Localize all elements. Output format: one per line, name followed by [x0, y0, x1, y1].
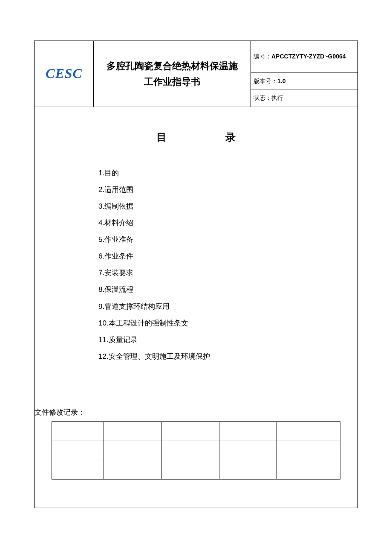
- toc-item: 10.本工程设计的强制性条文: [98, 315, 340, 331]
- table-cell: [277, 421, 340, 441]
- revision-label: 文件修改记录：: [35, 407, 340, 417]
- table-cell: [52, 421, 104, 441]
- toc-item: 12.安全管理、文明施工及环境保护: [98, 348, 340, 365]
- table-cell: [52, 441, 104, 460]
- toc-text: 质量记录: [109, 336, 138, 344]
- version-label: 版本号：: [254, 78, 277, 84]
- toc-text: 管道支撑环结构应用: [104, 302, 170, 311]
- toc-text: 保温流程: [104, 285, 133, 293]
- toc-num: 10.: [98, 319, 109, 327]
- toc-item: 1.目的: [98, 165, 340, 181]
- toc-text: 作业条件: [104, 252, 133, 260]
- title-line-2: 工作业指导书: [95, 74, 249, 90]
- toc-item: 8.保温流程: [98, 281, 340, 298]
- toc-num: 5.: [98, 235, 104, 244]
- toc-list: 1.目的 2.适用范围 3.编制依据 4.材料介绍 5.作业准备 6.作业条件 …: [98, 165, 340, 365]
- doc-code-cell: 编号：APCCTZYTY-ZYZD~G0064: [251, 41, 358, 73]
- version-cell: 版本号：1.0: [251, 73, 358, 90]
- toc-text: 安全管理、文明施工及环境保护: [109, 352, 210, 360]
- toc-num: 12.: [98, 352, 109, 360]
- header-table: CESC 多腔孔陶瓷复合绝热材料保温施 工作业指导书 编号：APCCTZYTY-…: [34, 41, 358, 107]
- table-cell: [161, 441, 219, 460]
- toc-item: 2.适用范围: [98, 181, 340, 198]
- toc-text: 目的: [104, 169, 119, 177]
- toc-num: 11.: [98, 336, 109, 344]
- toc-text: 材料介绍: [104, 219, 133, 227]
- table-cell: [161, 460, 219, 479]
- status-value: 执行: [271, 95, 283, 101]
- table-cell: [277, 441, 340, 460]
- toc-text: 作业准备: [104, 235, 133, 244]
- version-value: 1.0: [277, 78, 285, 84]
- toc-text: 安装要求: [104, 269, 133, 277]
- table-row: [52, 421, 340, 441]
- table-row: [52, 460, 340, 479]
- toc-item: 6.作业条件: [98, 248, 340, 264]
- toc-num: 3.: [98, 202, 104, 210]
- status-cell: 状态：执行: [251, 90, 358, 107]
- toc-item: 4.材料介绍: [98, 215, 340, 231]
- toc-num: 1.: [98, 169, 104, 177]
- table-cell: [219, 441, 277, 460]
- table-cell: [219, 460, 277, 479]
- toc-text: 本工程设计的强制性条文: [109, 319, 188, 327]
- toc-text: 编制依据: [104, 202, 133, 210]
- revision-table: [52, 421, 340, 479]
- document-title-cell: 多腔孔陶瓷复合绝热材料保温施 工作业指导书: [94, 41, 251, 107]
- toc-num: 4.: [98, 219, 104, 227]
- toc-num: 2.: [98, 186, 104, 194]
- table-cell: [277, 460, 340, 479]
- logo-cell: CESC: [35, 41, 94, 107]
- table-cell: [161, 421, 219, 441]
- title-line-1: 多腔孔陶瓷复合绝热材料保温施: [95, 58, 249, 74]
- code-value: APCCTZYTY-ZYZD~G0064: [271, 53, 346, 60]
- toc-num: 6.: [98, 252, 104, 260]
- table-cell: [104, 421, 161, 441]
- toc-item: 9.管道支撑环结构应用: [98, 298, 340, 315]
- toc-num: 8.: [98, 285, 104, 293]
- toc-num: 7.: [98, 269, 104, 277]
- content-area: 目 录 1.目的 2.适用范围 3.编制依据 4.材料介绍 5.作业准备 6.作…: [34, 107, 358, 508]
- company-logo: CESC: [46, 66, 82, 81]
- toc-num: 9.: [98, 302, 104, 311]
- toc-item: 3.编制依据: [98, 198, 340, 215]
- table-cell: [52, 460, 104, 479]
- toc-item: 5.作业准备: [98, 231, 340, 248]
- toc-item: 7.安装要求: [98, 264, 340, 281]
- table-cell: [104, 441, 161, 460]
- code-label: 编号：: [254, 53, 271, 60]
- table-cell: [219, 421, 277, 441]
- document-page: CESC 多腔孔陶瓷复合绝热材料保温施 工作业指导书 编号：APCCTZYTY-…: [0, 0, 392, 555]
- toc-heading: 目 录: [52, 131, 340, 144]
- table-cell: [104, 460, 161, 479]
- toc-item: 11.质量记录: [98, 331, 340, 348]
- toc-text: 适用范围: [104, 186, 133, 194]
- status-label: 状态：: [254, 95, 271, 101]
- table-row: [52, 441, 340, 460]
